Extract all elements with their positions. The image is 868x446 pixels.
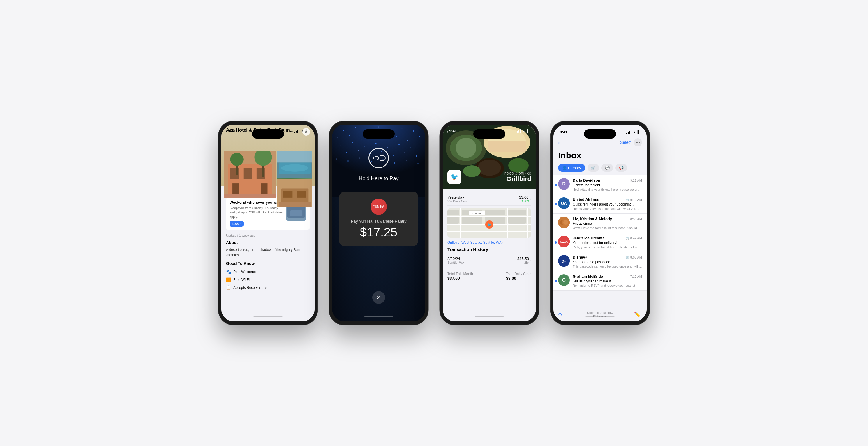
- svg-point-57: [360, 158, 360, 159]
- filter-icon[interactable]: ⊙: [558, 312, 562, 317]
- phone-mail: 9:41 ▲ ▌ ‹ Select •••: [551, 121, 650, 325]
- wifi-amenity-icon: 📶: [226, 278, 231, 282]
- month-total-label: Total This Month: [447, 272, 473, 276]
- avatar: D: [558, 178, 570, 190]
- select-button[interactable]: Select: [620, 140, 631, 145]
- hotel-image-left: [224, 151, 276, 198]
- email-item[interactable]: G Graham McBride 7:17 AM Tell us if you …: [553, 271, 647, 291]
- tab-primary[interactable]: 👤 Primary: [558, 164, 585, 172]
- svg-point-40: [419, 136, 420, 137]
- totals-row: Total This Month $37.60 Total Daily Cash…: [447, 268, 531, 281]
- map-address[interactable]: Grillbird, West Seattle, Seattle, WA ›: [447, 241, 531, 245]
- sender-name: United Airlines: [572, 197, 599, 202]
- good-to-know-heading: Good To Know: [226, 261, 310, 266]
- cashback-amount: +$0.09: [519, 199, 529, 203]
- svg-rect-85: [508, 210, 526, 215]
- tab-messages[interactable]: 💬: [601, 164, 613, 172]
- phone4-screen: 9:41 ▲ ▌ ‹ Select •••: [553, 125, 647, 321]
- svg-point-49: [358, 150, 359, 151]
- wifi-icon-3: ▲: [522, 129, 525, 133]
- status-time-4: 9:41: [560, 130, 567, 134]
- compose-button[interactable]: ✏️: [633, 310, 642, 319]
- svg-point-39: [407, 140, 408, 141]
- svg-point-71: [478, 160, 501, 176]
- more-options-button[interactable]: •••: [634, 138, 642, 147]
- svg-point-34: [349, 135, 350, 136]
- email-subject: Tickets for tonight: [572, 183, 642, 187]
- cash-total-label: Total Daily Cash: [506, 272, 531, 276]
- email-preview: Rich, your order is almost here. The ite…: [572, 246, 642, 249]
- restaurant-info: FOOD & DRINKS Grillbird: [504, 172, 531, 183]
- svg-point-44: [375, 143, 377, 145]
- back-button-3[interactable]: ‹: [446, 128, 448, 136]
- email-time: 8:42 AM: [630, 236, 642, 240]
- tab-promotions[interactable]: 📢: [616, 164, 627, 172]
- svg-rect-75: [447, 216, 531, 217]
- email-preview: Here's your very own checklist with what…: [572, 207, 642, 211]
- email-item[interactable]: D+ Disney+ 🛒 8:05 AM Your one-time passc…: [553, 252, 647, 271]
- email-preview: This passcode can only be used once and …: [572, 265, 642, 268]
- home-indicator-3: [475, 316, 504, 317]
- status-icons-3: ▲ ▌: [516, 129, 530, 133]
- email-item[interactable]: Jeni's Jeni's Ice Creams 🛒 8:42 AM Your …: [553, 233, 647, 252]
- svg-rect-82: [447, 210, 459, 215]
- svg-point-62: [417, 163, 418, 164]
- nfc-waves: [372, 155, 386, 161]
- transaction-amount: $3.00: [519, 195, 529, 199]
- back-button-mail[interactable]: ‹: [558, 139, 560, 146]
- dynamic-island-1: [252, 129, 284, 138]
- svg-point-60: [394, 162, 395, 164]
- email-subject: Your order is out for delivery!: [572, 241, 642, 245]
- svg-point-26: [343, 130, 344, 131]
- transaction-row[interactable]: Yesterday 2% Daily Cash $3.00 +$0.09 ›: [447, 193, 531, 205]
- email-item[interactable]: Liz, Kristina & Melody 8:58 AM Friday di…: [553, 214, 647, 233]
- unread-dot: [555, 184, 557, 186]
- email-preview: Hey! Attaching your tickets here in case…: [572, 188, 642, 191]
- inbox-title: Inbox: [553, 149, 647, 164]
- card-title: Weekend whenever you want.: [229, 200, 283, 205]
- svg-rect-6: [261, 183, 268, 194]
- about-heading: About: [226, 240, 310, 245]
- food-category: FOOD & DRINKS: [504, 172, 531, 175]
- history-location: Seattle, WA: [447, 261, 464, 264]
- svg-point-31: [402, 128, 403, 129]
- reservations-icon: 📋: [226, 285, 231, 290]
- close-button[interactable]: ✕: [302, 128, 310, 136]
- email-time: 8:05 AM: [630, 256, 642, 259]
- svg-text:🐦: 🐦: [487, 222, 492, 227]
- avatar: D+: [558, 255, 570, 267]
- svg-point-43: [364, 146, 365, 147]
- phones-showcase: 9:41 ▲ ▌ Ace Hotel & Swim Club Palm... ✕: [218, 121, 650, 325]
- svg-point-46: [399, 144, 400, 145]
- phone1-screen: 9:41 ▲ ▌ Ace Hotel & Swim Club Palm... ✕: [221, 125, 315, 321]
- map-area[interactable]: 🐦 S MORE: [447, 209, 531, 237]
- status-time-1: 9:41: [228, 129, 235, 133]
- svg-rect-86: [447, 217, 459, 224]
- svg-point-32: [413, 130, 414, 132]
- dynamic-island-3: [473, 129, 505, 138]
- book-button[interactable]: Book: [229, 221, 244, 227]
- mail-badge: 🛒: [626, 236, 629, 240]
- email-item[interactable]: UA United Airlines 🛒 9:10 AM Quick remin…: [553, 194, 647, 214]
- email-subject: Quick reminders about your upcoming...: [572, 202, 642, 206]
- pay-card: YUN HA Pay Yun Hai Taiwanese Pantry $17.…: [339, 192, 418, 246]
- tab-shopping[interactable]: 🛒: [588, 164, 599, 172]
- sender-name: Graham McBride: [572, 274, 603, 279]
- signal-icon-1: [294, 129, 300, 133]
- history-row[interactable]: 8/29/24 Seattle, WA $15.50 2hr ›: [447, 254, 531, 267]
- email-list: D Darla Davidson 9:27 AM Tickets for ton…: [553, 175, 647, 291]
- svg-rect-14: [277, 151, 312, 162]
- svg-point-99: [563, 220, 568, 225]
- svg-rect-78: [460, 209, 461, 237]
- svg-rect-87: [462, 217, 482, 224]
- svg-text:Jeni's: Jeni's: [560, 241, 568, 244]
- dynamic-island-2: [363, 129, 395, 138]
- about-text: A desert oasis, in the shadow of the mig…: [226, 247, 310, 258]
- home-indicator-4: [586, 316, 615, 317]
- wifi-label: Free Wi-Fi: [233, 278, 250, 282]
- email-item[interactable]: D Darla Davidson 9:27 AM Tickets for ton…: [553, 175, 647, 194]
- svg-point-73: [508, 158, 529, 172]
- svg-point-66: [456, 138, 476, 158]
- cancel-button[interactable]: ✕: [372, 291, 385, 304]
- unread-dot: [555, 203, 557, 205]
